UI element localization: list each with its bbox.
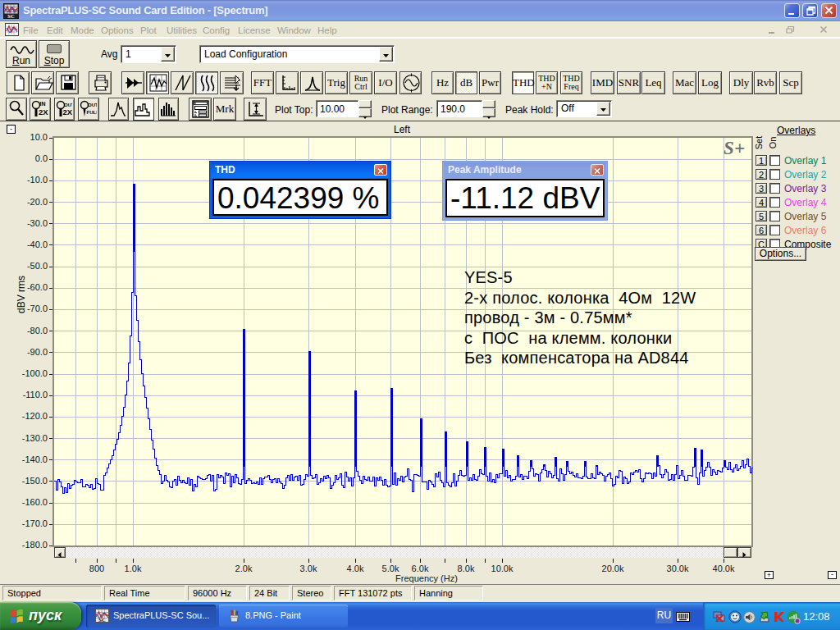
svg-text:OUT: OUT <box>64 103 72 107</box>
svg-text:SC: SC <box>98 617 106 623</box>
svg-text:SC: SC <box>7 13 15 19</box>
svg-text:FULL: FULL <box>87 110 98 115</box>
svg-text:IN: IN <box>40 101 46 107</box>
svg-text:2X: 2X <box>39 107 48 116</box>
svg-text:OUT: OUT <box>88 103 97 107</box>
svg-text:2X: 2X <box>63 107 73 116</box>
